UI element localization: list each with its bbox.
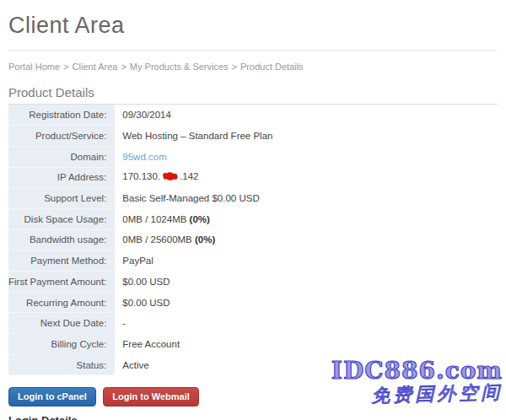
- detail-value: Active: [115, 354, 498, 375]
- table-row: IP Address: 170.130..142: [8, 167, 498, 188]
- ip-prefix: 170.130.: [122, 171, 160, 181]
- product-details-rows: Registration Date: 09/30/2014 Product/Se…: [8, 105, 498, 375]
- detail-value: 0MB / 1024MB (0%): [115, 208, 498, 229]
- client-area-page: Client Area Portal Home>Client Area>My P…: [0, 13, 506, 420]
- detail-value: Free Account: [115, 334, 498, 355]
- detail-value: Web Hosting – Standard Free Plan: [115, 126, 498, 147]
- breadcrumb-item[interactable]: Client Area: [73, 62, 118, 72]
- usage-value: 0MB / 1024MB: [122, 214, 189, 224]
- detail-label: Registration Date:: [8, 105, 115, 126]
- page-title: Client Area: [8, 13, 498, 39]
- detail-value: PayPal: [115, 250, 498, 272]
- detail-value: Basic Self-Managed $0.00 USD: [115, 188, 498, 209]
- detail-value: 170.130..142: [115, 167, 498, 188]
- detail-label: Status:: [8, 354, 115, 375]
- detail-label: Disk Space Usage:: [8, 208, 115, 229]
- breadcrumb: Portal Home>Client Area>My Products & Se…: [8, 62, 498, 72]
- table-row: Bandwidth usage: 0MB / 25600MB (0%): [8, 229, 498, 250]
- table-row: Next Due Date: -: [8, 313, 498, 334]
- action-buttons: Login to cPanel Login to Webmail: [8, 387, 498, 407]
- detail-label: IP Address:: [8, 167, 115, 188]
- usage-value: 0MB / 25600MB: [122, 234, 195, 245]
- table-row: Disk Space Usage: 0MB / 1024MB (0%): [8, 208, 498, 229]
- table-row: Product/Service: Web Hosting – Standard …: [8, 126, 498, 147]
- detail-value: $0.00 USD: [115, 292, 498, 313]
- login-to-webmail-button[interactable]: Login to Webmail: [103, 387, 198, 407]
- table-row: Status: Active: [8, 354, 498, 375]
- detail-value: -: [115, 313, 498, 334]
- detail-value: 95wd.com: [115, 146, 498, 167]
- detail-label: Recurring Amount:: [8, 292, 115, 313]
- table-row: Domain: 95wd.com: [8, 146, 498, 167]
- breadcrumb-separator: >: [121, 62, 126, 72]
- breadcrumb-item[interactable]: Portal Home: [8, 62, 60, 72]
- section-title-product-details: Product Details: [8, 85, 498, 105]
- breadcrumb-item[interactable]: Product Details: [240, 62, 304, 72]
- ip-suffix: .142: [180, 171, 198, 181]
- detail-label: Product/Service:: [8, 126, 115, 147]
- table-row: Billing Cycle: Free Account: [8, 334, 498, 355]
- domain-link[interactable]: 95wd.com: [122, 152, 166, 162]
- table-row: Support Level: Basic Self-Managed $0.00 …: [8, 188, 498, 209]
- detail-value: 0MB / 25600MB (0%): [115, 229, 498, 250]
- redaction-scribble: [161, 171, 179, 183]
- login-to-cpanel-button[interactable]: Login to cPanel: [8, 387, 96, 407]
- usage-percent: (0%): [195, 234, 215, 245]
- detail-value: 09/30/2014: [115, 105, 498, 126]
- detail-label: Bandwidth usage:: [8, 229, 115, 250]
- table-row: First Payment Amount: $0.00 USD: [8, 272, 498, 293]
- detail-label: Support Level:: [8, 188, 115, 209]
- usage-percent: (0%): [190, 214, 210, 224]
- detail-label: Billing Cycle:: [8, 334, 115, 355]
- product-details-table: Registration Date: 09/30/2014 Product/Se…: [8, 105, 498, 375]
- section-title-login-details: Login Details: [8, 414, 498, 420]
- breadcrumb-item[interactable]: My Products & Services: [130, 62, 229, 72]
- table-row: Recurring Amount: $0.00 USD: [8, 292, 498, 313]
- breadcrumb-separator: >: [232, 62, 237, 72]
- detail-label: Domain:: [8, 146, 115, 167]
- detail-label: Next Due Date:: [8, 313, 115, 334]
- breadcrumb-separator: >: [63, 62, 68, 72]
- detail-value: $0.00 USD: [115, 272, 498, 293]
- table-row: Registration Date: 09/30/2014: [8, 105, 498, 126]
- table-row: Payment Method: PayPal: [8, 250, 498, 272]
- detail-label: Payment Method:: [8, 250, 115, 272]
- detail-label: First Payment Amount:: [8, 272, 115, 293]
- header-divider: [8, 50, 498, 51]
